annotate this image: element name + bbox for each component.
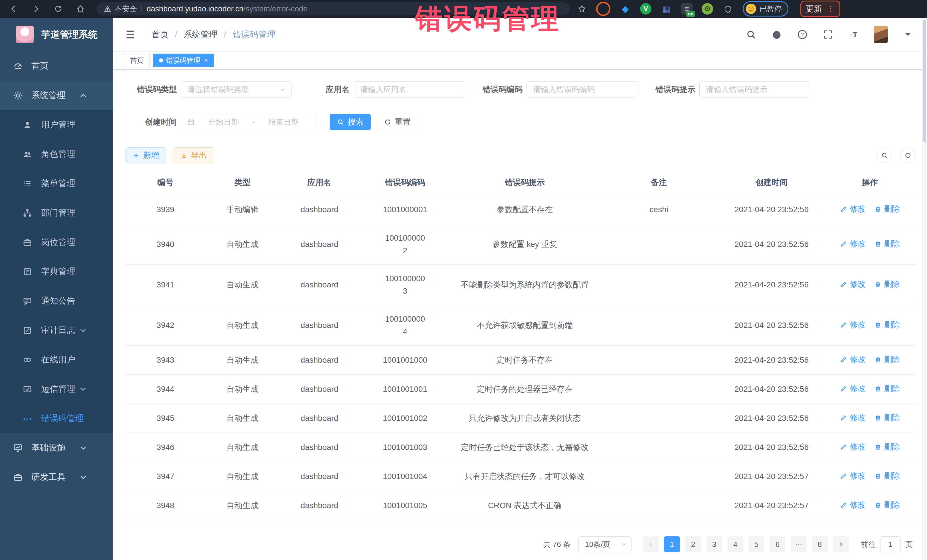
tab-active[interactable]: 错误码管理×	[153, 54, 214, 67]
edit-link[interactable]: 修改	[840, 238, 866, 250]
tab-inactive[interactable]: 首页	[124, 54, 150, 67]
security-indicator[interactable]: 不安全	[104, 4, 137, 14]
sidebar-item-infrastructure[interactable]: 基础设施	[0, 433, 112, 463]
sidebar-item-system-management[interactable]: 系统管理	[0, 81, 112, 110]
edit-link[interactable]: 修改	[840, 411, 866, 424]
kebab-menu-icon[interactable]	[826, 5, 835, 13]
export-button[interactable]: 导出	[173, 147, 214, 163]
cell-actions: 修改删除	[824, 305, 916, 346]
bookmark-star-icon[interactable]	[577, 4, 587, 14]
page-button-5[interactable]: 5	[748, 536, 764, 552]
cell-remark	[599, 305, 719, 346]
error-hint-input[interactable]	[699, 81, 810, 98]
sidebar-item-role-management[interactable]: 角色管理	[0, 140, 112, 169]
edit-link[interactable]: 修改	[840, 278, 866, 291]
extension-list-on-icon[interactable]: ≡on	[681, 3, 693, 15]
url-bar[interactable]: 不安全 dashboard.yudao.iocoder.cn/system/er…	[96, 2, 570, 15]
sidebar-item-home[interactable]: 首页	[0, 51, 112, 81]
delete-link[interactable]: 删除	[874, 382, 900, 395]
page-button-4[interactable]: 4	[727, 536, 743, 552]
edit-link[interactable]: 修改	[840, 203, 866, 215]
close-icon[interactable]: ×	[204, 57, 208, 64]
delete-link[interactable]: 删除	[874, 499, 900, 511]
home-icon[interactable]	[76, 4, 85, 14]
sidebar-item-sms-management[interactable]: 短信管理	[0, 374, 112, 404]
filter-app-name: 应用名	[298, 81, 464, 98]
page-button-2[interactable]: 2	[685, 536, 701, 552]
error-code-input[interactable]	[527, 81, 637, 98]
trash-icon	[874, 356, 881, 363]
delete-link[interactable]: 删除	[874, 470, 900, 482]
delete-link[interactable]: 删除	[874, 411, 900, 424]
sidebar-item-audit-log[interactable]: 审计日志	[0, 316, 112, 345]
hamburger-icon[interactable]	[125, 29, 136, 40]
sidebar-item-label: 短信管理	[41, 383, 75, 395]
paused-extension-pill[interactable]: ☺ 已暂停	[743, 1, 789, 17]
extension-puzzle-icon[interactable]: ⬡	[722, 3, 734, 15]
edit-link[interactable]: 修改	[840, 440, 866, 453]
sidebar-item-notice[interactable]: 通知公告	[0, 286, 112, 316]
breadcrumb-item[interactable]: 首页	[152, 29, 169, 41]
help-icon[interactable]: ?	[797, 29, 808, 40]
breadcrumb-item[interactable]: 系统管理	[183, 29, 217, 41]
page-button-1[interactable]: 1	[664, 536, 680, 552]
extension-indigo-grid-icon[interactable]: ▦	[661, 3, 672, 15]
page-button-8[interactable]: 8	[812, 536, 828, 552]
page-button-3[interactable]: 3	[706, 536, 722, 552]
delete-link[interactable]: 删除	[874, 238, 900, 250]
column-header: 备注	[599, 172, 719, 195]
sidebar-item-post-management[interactable]: 岗位管理	[0, 228, 112, 257]
user-avatar[interactable]	[874, 26, 887, 43]
sidebar-item-dept-management[interactable]: 部门管理	[0, 198, 112, 228]
app-logo-area[interactable]: 芋道管理系统	[0, 18, 112, 51]
emoji-face-icon: ☺	[746, 4, 756, 14]
extension-green-check-icon[interactable]: V	[640, 3, 652, 15]
error-type-select[interactable]	[181, 81, 292, 98]
back-icon[interactable]	[9, 4, 18, 14]
sidebar-item-dev-tools[interactable]: 研发工具	[0, 463, 112, 492]
more-pages-button[interactable]: ···	[791, 536, 807, 552]
edit-link[interactable]: 修改	[840, 470, 866, 482]
edit-link[interactable]: 修改	[840, 353, 866, 366]
extension-orange-ring-icon[interactable]	[596, 2, 610, 16]
search-icon[interactable]	[746, 29, 757, 40]
sidebar-item-dict-management[interactable]: 字典管理	[0, 257, 112, 286]
avatar-caret-icon[interactable]	[903, 29, 913, 40]
goto-page-input[interactable]	[880, 536, 901, 552]
fullscreen-icon[interactable]	[823, 29, 833, 40]
next-page-button[interactable]	[833, 536, 849, 552]
sidebar-item-online-users[interactable]: 在线用户	[0, 345, 112, 374]
search-button[interactable]: 搜索	[330, 114, 371, 130]
delete-link[interactable]: 删除	[874, 440, 900, 453]
forward-icon[interactable]	[31, 4, 41, 14]
delete-link[interactable]: 删除	[874, 319, 900, 331]
scrollbar-thumb[interactable]	[923, 20, 926, 143]
toggle-search-button[interactable]	[877, 148, 892, 163]
extension-green-bot-icon[interactable]: ʘ	[702, 3, 713, 15]
delete-link[interactable]: 删除	[874, 353, 900, 366]
delete-link[interactable]: 删除	[874, 203, 900, 215]
page-button-6[interactable]: 6	[769, 536, 786, 552]
sidebar-item-error-code-management[interactable]: </>错误码管理	[0, 404, 112, 433]
sidebar-item-user-management[interactable]: 用户管理	[0, 110, 112, 140]
app-name-input[interactable]	[354, 81, 464, 98]
date-range-picker[interactable]: 开始日期 - 结束日期	[181, 114, 316, 130]
refresh-table-button[interactable]	[900, 148, 916, 163]
font-size-icon[interactable]: TT	[848, 29, 859, 40]
edit-link[interactable]: 修改	[840, 382, 866, 395]
github-icon[interactable]	[771, 29, 782, 40]
page-size-select[interactable]: 10条/页	[579, 536, 632, 552]
extension-blue-gem-icon[interactable]: ◆	[620, 3, 631, 15]
pagination: 共 76 条 10条/页 123456···8 前往 页	[126, 536, 916, 552]
edit-link[interactable]: 修改	[840, 319, 866, 331]
reset-button[interactable]: 重置	[378, 114, 417, 130]
add-button[interactable]: 新增	[126, 147, 166, 163]
edit-link[interactable]: 修改	[840, 499, 866, 511]
browser-update-button[interactable]: 更新	[800, 1, 840, 17]
sidebar-item-menu-management[interactable]: 菜单管理	[0, 169, 112, 198]
scrollbar-track[interactable]	[922, 18, 927, 560]
prev-page-button[interactable]	[643, 536, 659, 552]
reload-icon[interactable]	[54, 4, 63, 14]
cell-type: 自动生成	[205, 462, 280, 491]
delete-link[interactable]: 删除	[874, 278, 900, 291]
